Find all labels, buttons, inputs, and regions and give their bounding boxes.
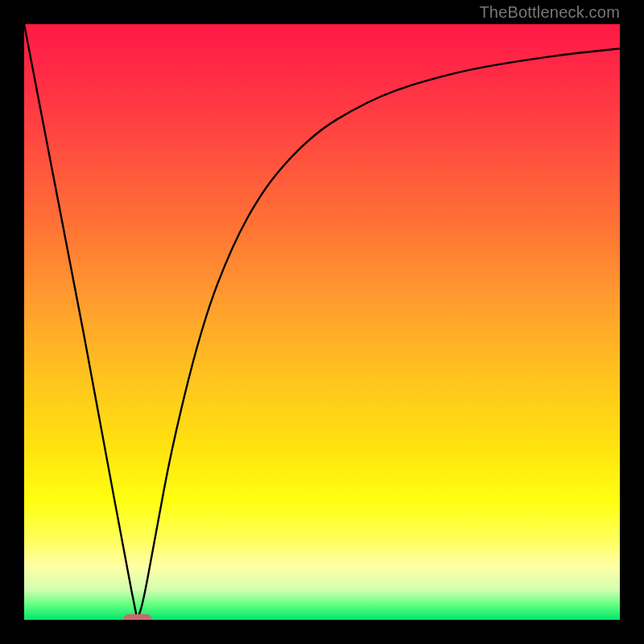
optimum-marker [123, 614, 152, 620]
bottleneck-chart: TheBottleneck.com [0, 0, 644, 644]
plot-area [24, 24, 620, 620]
bottleneck-curve [24, 24, 620, 620]
watermark-text: TheBottleneck.com [479, 3, 620, 22]
